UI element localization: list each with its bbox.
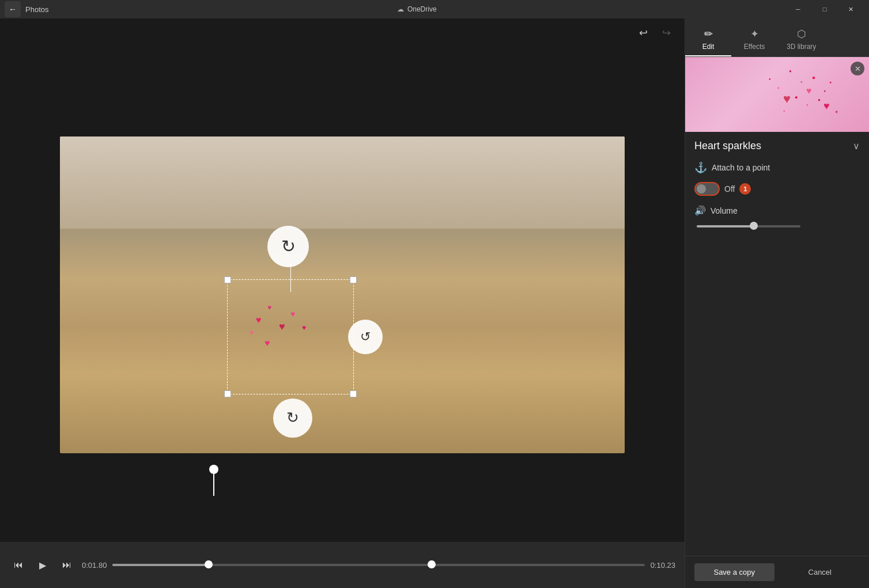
skip-forward-button[interactable]: ⏭ — [58, 556, 76, 574]
toggle-knob — [697, 184, 706, 194]
3dlibrary-icon: ⬡ — [797, 28, 806, 40]
toggle-row: Off 1 — [694, 182, 860, 196]
volume-row: 🔊 Volume — [694, 205, 860, 216]
back-button[interactable]: ← — [5, 1, 21, 17]
effect-title: Heart sparkles — [694, 140, 761, 152]
tab-edit[interactable]: ✏ Edit — [685, 23, 731, 56]
window-controls: ─ □ ✕ — [785, 0, 864, 18]
toggle-off-label: Off — [724, 184, 735, 194]
volume-thumb[interactable] — [750, 222, 758, 230]
preview-dot: ● — [783, 109, 785, 112]
preview-dot: ● — [823, 89, 826, 93]
undo-button[interactable]: ↩ — [634, 24, 652, 42]
progress-range-end[interactable] — [428, 560, 436, 568]
volume-fill — [697, 225, 754, 227]
video-area: ↩ ↪ ↻ — [0, 18, 685, 588]
cancel-button[interactable]: Cancel — [780, 563, 860, 581]
close-button[interactable]: ✕ — [838, 0, 864, 18]
toolbar: ↩ ↪ — [0, 18, 685, 47]
preview-dot: ● — [800, 80, 803, 84]
tab-3dlibrary[interactable]: ⬡ 3D library — [777, 23, 825, 56]
preview-dot: ● — [812, 74, 815, 81]
preview-dot: ● — [818, 97, 821, 103]
preview-heart: ♥ — [823, 100, 830, 112]
skip-back-button[interactable]: ⏮ — [9, 556, 28, 574]
restore-button[interactable]: □ — [811, 0, 838, 18]
rotation-connector — [290, 264, 291, 292]
progress-thumb[interactable] — [205, 560, 213, 568]
preview-dot: ● — [777, 86, 779, 89]
volume-label: Volume — [711, 206, 738, 215]
main-layout: ↩ ↪ ↻ — [0, 18, 869, 588]
edit-icon: ✏ — [704, 28, 713, 40]
preview-heart: ♥ — [783, 92, 791, 107]
right-panel: ✏ Edit ✦ Effects ⬡ 3D library ● ● ● ● ● … — [685, 18, 869, 588]
play-button[interactable]: ▶ — [33, 556, 52, 574]
save-copy-button[interactable]: Save a copy — [694, 563, 774, 581]
attach-to-point-row[interactable]: ⚓ Attach to a point — [694, 161, 860, 174]
effect-title-row: Heart sparkles ∨ — [694, 140, 860, 152]
panel-tabs: ✏ Edit ✦ Effects ⬡ 3D library — [685, 18, 869, 57]
preview-heart: ♥ — [806, 86, 812, 96]
progress-fill — [112, 564, 208, 566]
anchor-icon: ⚓ — [694, 161, 707, 174]
volume-icon: 🔊 — [694, 205, 706, 216]
minimize-button[interactable]: ─ — [785, 0, 811, 18]
preview-dot: ● — [789, 69, 792, 74]
preview-hearts-overlay: ● ● ● ● ● ● ● ● ● ● ● ● ♥ ♥ ♥ — [685, 57, 869, 132]
preview-dot: ● — [806, 103, 808, 107]
effect-toggle[interactable] — [694, 182, 720, 196]
current-time: 0:01.80 — [82, 561, 107, 570]
app-title: Photos — [25, 5, 48, 14]
rotation-handle-top[interactable]: ↻ — [267, 226, 309, 267]
video-frame[interactable]: ↻ ♥ ♥ ♥ ♥ ♥ ♥ ♥ — [60, 136, 625, 453]
canvas-area: ↻ ♥ ♥ ♥ ♥ ♥ ♥ ♥ — [0, 47, 685, 542]
flip-handle[interactable]: ↺ — [348, 320, 383, 354]
preview-dot: ● — [769, 77, 771, 81]
effect-preview: ● ● ● ● ● ● ● ● ● ● ● ● ♥ ♥ ♥ ✕ — [685, 57, 869, 132]
effect-details: Heart sparkles ∨ ⚓ Attach to a point Off… — [685, 132, 869, 556]
preview-dot: ● — [829, 80, 832, 84]
collapse-button[interactable]: ∨ — [853, 141, 860, 151]
tab-effects-label: Effects — [744, 43, 765, 51]
redo-button[interactable]: ↪ — [657, 24, 675, 42]
progress-track[interactable] — [112, 564, 644, 566]
video-background — [60, 136, 625, 453]
timeline-area: ⏮ ▶ ⏭ 0:01.80 0:10.23 — [0, 542, 685, 588]
onedrive-label: OneDrive — [407, 5, 437, 13]
rotation-handle-bottom[interactable]: ↻ — [273, 399, 312, 438]
volume-slider[interactable] — [697, 225, 800, 227]
onedrive-section: ☁ OneDrive — [397, 5, 437, 13]
effects-icon: ✦ — [750, 28, 759, 40]
tab-effects[interactable]: ✦ Effects — [731, 23, 777, 56]
attach-to-point-label: Attach to a point — [712, 163, 770, 172]
effect-close-button[interactable]: ✕ — [851, 62, 864, 75]
panel-footer: Save a copy Cancel — [685, 556, 869, 588]
preview-dot: ● — [835, 109, 838, 115]
scrubber-thumb[interactable] — [213, 473, 214, 496]
tab-3dlibrary-label: 3D library — [787, 43, 816, 51]
toggle-badge: 1 — [739, 183, 751, 195]
preview-dot: ● — [795, 94, 798, 100]
titlebar: ← Photos ☁ OneDrive ─ □ ✕ — [0, 0, 869, 18]
tab-edit-label: Edit — [702, 43, 715, 51]
titlebar-left: ← Photos — [5, 1, 48, 17]
onedrive-icon: ☁ — [397, 5, 404, 13]
total-time: 0:10.23 — [651, 561, 675, 570]
